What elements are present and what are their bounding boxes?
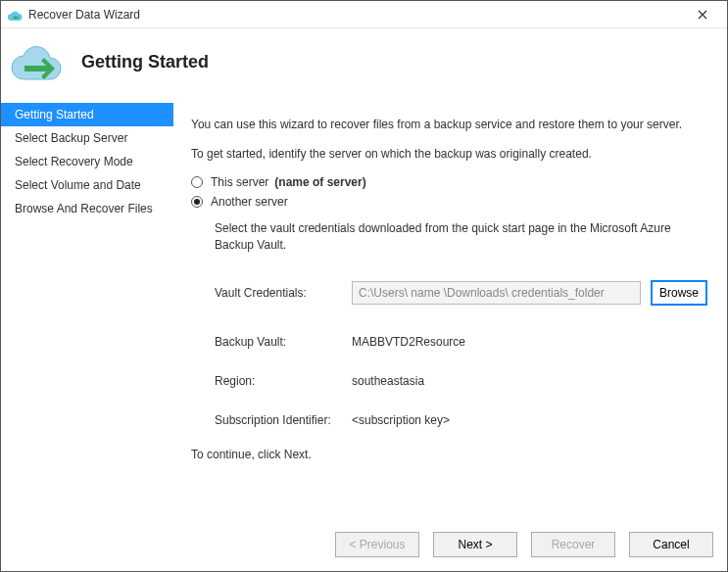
subscription-label: Subscription Identifier: xyxy=(215,413,352,427)
sidebar-item-select-volume-date[interactable]: Select Volume and Date xyxy=(1,173,173,197)
window-title: Recover Data Wizard xyxy=(28,8,686,22)
vault-credentials-input[interactable] xyxy=(352,281,641,305)
vault-credentials-label: Vault Credentials: xyxy=(215,286,352,300)
browse-button[interactable]: Browse xyxy=(651,280,707,306)
radio-label: This server xyxy=(211,175,268,189)
wizard-content: You can use this wizard to recover files… xyxy=(173,95,727,571)
page-title: Getting Started xyxy=(81,52,209,72)
wizard-header: Getting Started xyxy=(1,28,727,95)
cloud-arrow-icon xyxy=(11,42,62,81)
subscription-value: <subscription key> xyxy=(352,413,450,427)
server-name-paren: (name of server) xyxy=(274,175,365,189)
vault-hint: Select the vault credentials downloaded … xyxy=(215,220,707,252)
intro-text: You can use this wizard to recover files… xyxy=(191,117,707,132)
previous-button: < Previous xyxy=(335,532,419,557)
wizard-body: Getting Started Select Backup Server Sel… xyxy=(1,95,727,571)
sidebar-item-browse-recover-files[interactable]: Browse And Recover Files xyxy=(1,197,173,220)
next-button[interactable]: Next > xyxy=(433,532,517,557)
continue-note: To continue, click Next. xyxy=(191,447,707,462)
region-label: Region: xyxy=(215,374,352,388)
radio-another-server[interactable]: Another server xyxy=(191,195,707,209)
close-icon[interactable] xyxy=(686,4,719,25)
recover-button: Recover xyxy=(531,532,615,557)
radio-icon-selected xyxy=(191,196,203,208)
backup-vault-value: MABBVTD2Resource xyxy=(352,335,465,349)
backup-vault-label: Backup Vault: xyxy=(215,335,352,349)
identify-prompt: To get started, identify the server on w… xyxy=(191,146,707,162)
cancel-button[interactable]: Cancel xyxy=(629,532,713,557)
sidebar-item-select-backup-server[interactable]: Select Backup Server xyxy=(1,126,173,150)
sidebar-item-getting-started[interactable]: Getting Started xyxy=(1,103,173,126)
region-value: southeastasia xyxy=(352,374,424,388)
wizard-window: Recover Data Wizard Getting Started Gett… xyxy=(0,0,728,572)
titlebar: Recover Data Wizard xyxy=(1,1,727,28)
sidebar-item-select-recovery-mode[interactable]: Select Recovery Mode xyxy=(1,150,173,173)
radio-icon xyxy=(191,176,203,188)
wizard-buttons: < Previous Next > Recover Cancel xyxy=(335,532,713,557)
radio-this-server[interactable]: This server (name of server) xyxy=(191,175,707,189)
app-icon xyxy=(7,7,23,23)
radio-label: Another server xyxy=(211,195,288,209)
wizard-sidebar: Getting Started Select Backup Server Sel… xyxy=(1,95,173,571)
